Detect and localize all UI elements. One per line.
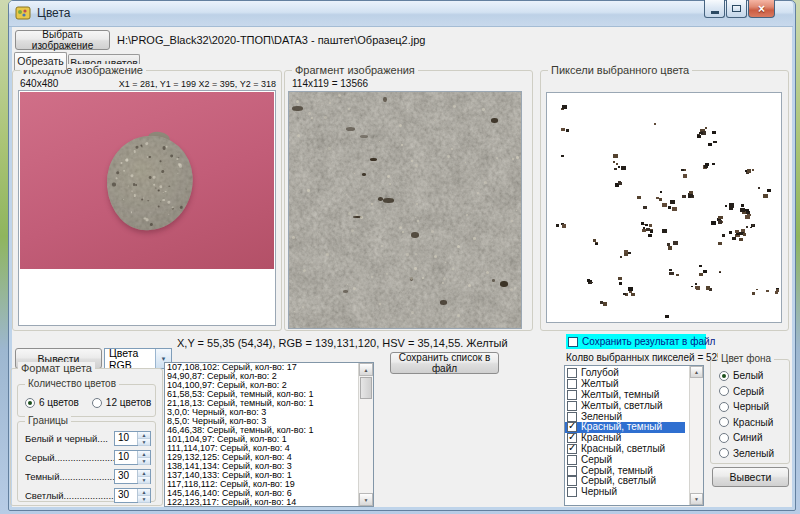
scroll-up-icon[interactable]: ▲: [690, 366, 703, 378]
color-filter-list: ГолубойЖелтыйЖелтый, темныйЖелтый, светл…: [564, 365, 704, 506]
border-row: Темный.....................30▲▼: [25, 468, 151, 484]
file-path-label: H:\PROG_Black32\2020-ТПОП\DATA3 - паштет…: [117, 34, 425, 46]
color-list-item[interactable]: 122,123,117: Серый, кол-во: 14: [167, 498, 358, 506]
scroll-up-icon[interactable]: ▲: [359, 363, 373, 376]
maximize-icon: [732, 5, 741, 12]
radio-icon[interactable]: [719, 371, 729, 381]
radio-icon[interactable]: [25, 398, 35, 408]
minimize-icon: [711, 11, 719, 14]
border-value[interactable]: 10: [115, 451, 137, 464]
border-spinner[interactable]: 30▲▼: [114, 469, 151, 484]
radio-icon[interactable]: [719, 433, 729, 443]
radio-icon[interactable]: [719, 417, 729, 427]
color-list-scrollbar[interactable]: ▲ ▼: [358, 363, 373, 506]
save-result-checkbox-row[interactable]: Сохранить результат в файл: [566, 334, 706, 349]
color-filter-item[interactable]: Серый: [565, 454, 689, 465]
tab-crop[interactable]: Обрезать: [14, 52, 67, 70]
scroll-down-icon[interactable]: ▼: [359, 493, 373, 506]
color-list: 107,108,102: Серый, кол-во: 1794,90,87: …: [164, 362, 374, 507]
spinner-up-icon[interactable]: ▲: [138, 470, 150, 477]
checkbox-label: Желтый, темный: [581, 390, 659, 400]
source-image[interactable]: [20, 92, 274, 269]
color-filter-item[interactable]: Черный: [565, 487, 689, 498]
background-color-radio[interactable]: Серый: [719, 386, 789, 397]
border-spinner[interactable]: 30▲▼: [114, 488, 151, 503]
titlebar[interactable]: Цвета ×: [9, 1, 793, 27]
spinner-down-icon[interactable]: ▼: [138, 496, 150, 503]
checkbox-icon[interactable]: [567, 466, 577, 476]
radio-icon[interactable]: [719, 402, 729, 412]
radio-label: 12 цветов: [106, 397, 151, 408]
pixels-group-title: Пиксели выбранного цвета: [548, 64, 692, 76]
borders-group-title: Границы: [25, 415, 71, 426]
checkbox-icon[interactable]: [567, 401, 577, 411]
color-filter-item[interactable]: Желтый, светлый: [565, 400, 689, 411]
border-row: Светлый....................30▲▼: [25, 487, 151, 503]
border-value[interactable]: 10: [115, 432, 137, 445]
color-filter-item[interactable]: Серый, светлый: [565, 476, 689, 487]
color-filter-item[interactable]: ✓Красный, светлый: [565, 444, 689, 455]
spinner-down-icon[interactable]: ▼: [138, 477, 150, 484]
color-format-group-title: Формат цвета: [18, 362, 95, 374]
radio-icon[interactable]: [719, 386, 729, 396]
scrollbar-thumb[interactable]: [360, 377, 372, 399]
checkbox-icon[interactable]: [567, 368, 577, 378]
color-count-group-title: Количество цветов: [25, 378, 119, 389]
border-spinner[interactable]: 10▲▼: [114, 431, 151, 446]
checkbox-icon[interactable]: ✓: [567, 444, 577, 454]
close-icon: ×: [758, 3, 765, 15]
checkbox-label: Черный: [581, 487, 617, 497]
radio-label: Синий: [733, 432, 763, 443]
maximize-button[interactable]: [726, 0, 747, 18]
close-button[interactable]: ×: [748, 0, 775, 18]
background-color-radio[interactable]: Зеленый: [719, 448, 789, 459]
color-filter-item[interactable]: Зеленый: [565, 411, 689, 422]
fragment-size-label: 114x119 = 13566: [292, 78, 368, 89]
fragment-group-title: Фрагмент изображения: [292, 64, 418, 76]
spinner-down-icon[interactable]: ▼: [138, 439, 150, 446]
background-color-radio[interactable]: Синий: [719, 432, 789, 443]
checkbox-icon[interactable]: [567, 379, 577, 389]
radio-label: Красный: [733, 417, 773, 428]
window-title: Цвета: [37, 6, 70, 20]
spinner-up-icon[interactable]: ▲: [138, 489, 150, 496]
save-result-checkbox[interactable]: [568, 337, 578, 347]
radio-icon[interactable]: [92, 398, 102, 408]
spinner-up-icon[interactable]: ▲: [138, 451, 150, 458]
border-value[interactable]: 30: [115, 489, 137, 502]
background-color-group-title: Цвет фона: [718, 353, 774, 364]
background-color-radio[interactable]: Красный: [719, 417, 789, 428]
checkbox-icon[interactable]: [567, 455, 577, 465]
color-count-radio[interactable]: 6 цветов: [25, 397, 79, 408]
border-label: Серый.......................: [25, 452, 114, 463]
border-value[interactable]: 30: [115, 470, 137, 483]
scroll-down-icon[interactable]: ▼: [690, 493, 703, 505]
color-format-combo[interactable]: Цвета RGB ▼: [104, 348, 172, 369]
color-filter-item[interactable]: Желтый, темный: [565, 390, 689, 401]
pixels-image[interactable]: [546, 92, 782, 323]
color-count-radio[interactable]: 12 цветов: [92, 397, 151, 408]
screen: Цвета × Выбрать изображение H:\PROG_Blac…: [0, 0, 800, 514]
select-image-button[interactable]: Выбрать изображение: [15, 30, 110, 50]
color-filter-item[interactable]: Серый, темный: [565, 465, 689, 476]
background-output-button[interactable]: Вывести: [712, 467, 789, 487]
color-filter-item[interactable]: Голубой: [565, 368, 689, 379]
checkbox-icon[interactable]: [567, 390, 577, 400]
background-color-radio[interactable]: Черный: [719, 401, 789, 412]
filter-list-scrollbar[interactable]: ▲ ▼: [689, 366, 703, 505]
color-filter-item[interactable]: Желтый: [565, 379, 689, 390]
checkbox-label: Серый, светлый: [581, 476, 656, 486]
fragment-image[interactable]: [288, 91, 522, 329]
color-filter-item[interactable]: ✓Красный: [565, 433, 689, 444]
border-spinner[interactable]: 10▲▼: [114, 450, 151, 465]
spinner-up-icon[interactable]: ▲: [138, 432, 150, 439]
color-filter-item[interactable]: ✓Красный, темный: [565, 422, 685, 433]
check-icon: ✓: [568, 442, 576, 453]
checkbox-icon[interactable]: [567, 487, 577, 497]
radio-icon[interactable]: [719, 448, 729, 458]
checkbox-icon[interactable]: [567, 476, 577, 486]
minimize-button[interactable]: [704, 0, 725, 18]
save-list-button[interactable]: Сохранить список в файл: [390, 352, 499, 374]
background-color-radio[interactable]: Белый: [719, 370, 789, 381]
spinner-down-icon[interactable]: ▼: [138, 458, 150, 465]
